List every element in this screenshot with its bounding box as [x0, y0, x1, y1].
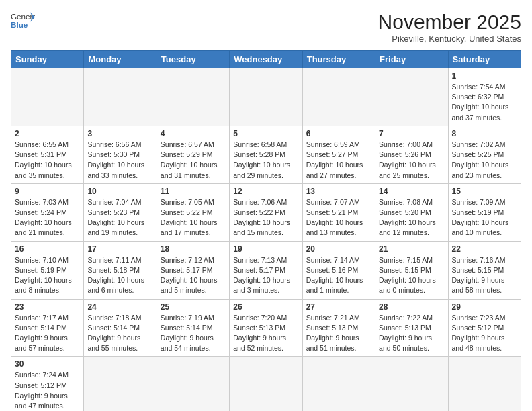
calendar-cell: 12Sunrise: 7:06 AM Sunset: 5:22 PM Dayli…: [230, 183, 302, 241]
weekday-header-thursday: Thursday: [302, 51, 375, 68]
calendar-week-row: 30Sunrise: 7:24 AM Sunset: 5:12 PM Dayli…: [11, 357, 521, 411]
calendar-week-row: 9Sunrise: 7:03 AM Sunset: 5:24 PM Daylig…: [11, 183, 521, 241]
calendar-week-row: 16Sunrise: 7:10 AM Sunset: 5:19 PM Dayli…: [11, 241, 521, 299]
day-number: 27: [306, 302, 371, 312]
day-number: 30: [15, 359, 80, 369]
day-info: Sunrise: 7:20 AM Sunset: 5:13 PM Dayligh…: [233, 313, 298, 354]
calendar-table: SundayMondayTuesdayWednesdayThursdayFrid…: [11, 50, 521, 411]
day-info: Sunrise: 7:11 AM Sunset: 5:18 PM Dayligh…: [87, 255, 152, 296]
day-number: 20: [306, 244, 371, 254]
logo: General Blue: [11, 11, 35, 30]
day-number: 1: [452, 71, 517, 81]
day-info: Sunrise: 7:05 AM Sunset: 5:22 PM Dayligh…: [161, 197, 226, 238]
day-number: 25: [161, 302, 226, 312]
calendar-cell: [448, 357, 521, 411]
calendar-cell: 21Sunrise: 7:15 AM Sunset: 5:15 PM Dayli…: [375, 241, 448, 299]
calendar-cell: 9Sunrise: 7:03 AM Sunset: 5:24 PM Daylig…: [11, 183, 84, 241]
calendar-header-row: SundayMondayTuesdayWednesdayThursdayFrid…: [11, 51, 521, 68]
calendar-cell: 14Sunrise: 7:08 AM Sunset: 5:20 PM Dayli…: [375, 183, 448, 241]
day-number: 16: [15, 244, 80, 254]
day-info: Sunrise: 7:00 AM Sunset: 5:26 PM Dayligh…: [379, 140, 444, 181]
calendar-cell: 15Sunrise: 7:09 AM Sunset: 5:19 PM Dayli…: [448, 183, 521, 241]
calendar-cell: 30Sunrise: 7:24 AM Sunset: 5:12 PM Dayli…: [11, 357, 84, 411]
location-subtitle: Pikeville, Kentucky, United States: [378, 34, 521, 44]
calendar-cell: 3Sunrise: 6:56 AM Sunset: 5:30 PM Daylig…: [84, 126, 157, 183]
day-info: Sunrise: 7:02 AM Sunset: 5:25 PM Dayligh…: [452, 140, 517, 181]
weekday-header-sunday: Sunday: [11, 51, 84, 68]
day-info: Sunrise: 7:13 AM Sunset: 5:17 PM Dayligh…: [233, 255, 298, 296]
day-info: Sunrise: 7:24 AM Sunset: 5:12 PM Dayligh…: [15, 370, 80, 411]
calendar-cell: 7Sunrise: 7:00 AM Sunset: 5:26 PM Daylig…: [375, 126, 448, 183]
day-info: Sunrise: 7:19 AM Sunset: 5:14 PM Dayligh…: [161, 313, 226, 354]
day-number: 23: [15, 302, 80, 312]
calendar-cell: 8Sunrise: 7:02 AM Sunset: 5:25 PM Daylig…: [448, 126, 521, 183]
calendar-week-row: 23Sunrise: 7:17 AM Sunset: 5:14 PM Dayli…: [11, 299, 521, 357]
calendar-cell: 27Sunrise: 7:21 AM Sunset: 5:13 PM Dayli…: [302, 299, 375, 357]
calendar-cell: 1Sunrise: 7:54 AM Sunset: 6:32 PM Daylig…: [448, 68, 521, 126]
day-number: 8: [452, 129, 517, 138]
calendar-cell: 23Sunrise: 7:17 AM Sunset: 5:14 PM Dayli…: [11, 299, 84, 357]
day-number: 14: [379, 187, 444, 196]
calendar-cell: 2Sunrise: 6:55 AM Sunset: 5:31 PM Daylig…: [11, 126, 84, 183]
calendar-cell: 17Sunrise: 7:11 AM Sunset: 5:18 PM Dayli…: [84, 241, 157, 299]
day-info: Sunrise: 6:57 AM Sunset: 5:29 PM Dayligh…: [161, 140, 226, 181]
day-info: Sunrise: 6:58 AM Sunset: 5:28 PM Dayligh…: [233, 140, 298, 181]
day-info: Sunrise: 7:17 AM Sunset: 5:14 PM Dayligh…: [15, 313, 80, 354]
weekday-header-saturday: Saturday: [448, 51, 521, 68]
calendar-cell: 10Sunrise: 7:04 AM Sunset: 5:23 PM Dayli…: [84, 183, 157, 241]
day-number: 28: [379, 302, 444, 312]
calendar-cell: 4Sunrise: 6:57 AM Sunset: 5:29 PM Daylig…: [157, 126, 229, 183]
day-number: 2: [15, 129, 80, 138]
day-number: 24: [87, 302, 152, 312]
day-number: 21: [379, 244, 444, 254]
day-number: 7: [379, 129, 444, 138]
calendar-cell: [157, 357, 229, 411]
calendar-cell: 5Sunrise: 6:58 AM Sunset: 5:28 PM Daylig…: [230, 126, 302, 183]
day-number: 26: [233, 302, 298, 312]
day-info: Sunrise: 7:09 AM Sunset: 5:19 PM Dayligh…: [452, 197, 517, 238]
day-info: Sunrise: 7:22 AM Sunset: 5:13 PM Dayligh…: [379, 313, 444, 354]
calendar-cell: 13Sunrise: 7:07 AM Sunset: 5:21 PM Dayli…: [302, 183, 375, 241]
day-info: Sunrise: 7:21 AM Sunset: 5:13 PM Dayligh…: [306, 313, 371, 354]
calendar-cell: 20Sunrise: 7:14 AM Sunset: 5:16 PM Dayli…: [302, 241, 375, 299]
day-info: Sunrise: 6:56 AM Sunset: 5:30 PM Dayligh…: [87, 140, 152, 181]
day-info: Sunrise: 7:15 AM Sunset: 5:15 PM Dayligh…: [379, 255, 444, 296]
calendar-cell: 16Sunrise: 7:10 AM Sunset: 5:19 PM Dayli…: [11, 241, 84, 299]
day-info: Sunrise: 7:18 AM Sunset: 5:14 PM Dayligh…: [87, 313, 152, 354]
calendar-cell: [84, 68, 157, 126]
page-header: General Blue November 2025 Pikeville, Ke…: [11, 11, 521, 44]
day-number: 6: [306, 129, 371, 138]
day-info: Sunrise: 6:59 AM Sunset: 5:27 PM Dayligh…: [306, 140, 371, 181]
calendar-cell: 25Sunrise: 7:19 AM Sunset: 5:14 PM Dayli…: [157, 299, 229, 357]
calendar-cell: [230, 357, 302, 411]
day-info: Sunrise: 7:08 AM Sunset: 5:20 PM Dayligh…: [379, 197, 444, 238]
calendar-cell: [302, 357, 375, 411]
day-info: Sunrise: 7:03 AM Sunset: 5:24 PM Dayligh…: [15, 197, 80, 238]
day-number: 10: [87, 187, 152, 196]
calendar-cell: [375, 357, 448, 411]
day-number: 5: [233, 129, 298, 138]
svg-text:Blue: Blue: [11, 20, 28, 29]
weekday-header-wednesday: Wednesday: [230, 51, 302, 68]
weekday-header-monday: Monday: [84, 51, 157, 68]
calendar-cell: 22Sunrise: 7:16 AM Sunset: 5:15 PM Dayli…: [448, 241, 521, 299]
day-info: Sunrise: 7:23 AM Sunset: 5:12 PM Dayligh…: [452, 313, 517, 354]
day-info: Sunrise: 6:55 AM Sunset: 5:31 PM Dayligh…: [15, 140, 80, 181]
day-number: 12: [233, 187, 298, 196]
day-info: Sunrise: 7:10 AM Sunset: 5:19 PM Dayligh…: [15, 255, 80, 296]
calendar-cell: 19Sunrise: 7:13 AM Sunset: 5:17 PM Dayli…: [230, 241, 302, 299]
weekday-header-tuesday: Tuesday: [157, 51, 229, 68]
calendar-cell: 24Sunrise: 7:18 AM Sunset: 5:14 PM Dayli…: [84, 299, 157, 357]
day-info: Sunrise: 7:14 AM Sunset: 5:16 PM Dayligh…: [306, 255, 371, 296]
calendar-cell: 11Sunrise: 7:05 AM Sunset: 5:22 PM Dayli…: [157, 183, 229, 241]
day-info: Sunrise: 7:04 AM Sunset: 5:23 PM Dayligh…: [87, 197, 152, 238]
month-title: November 2025: [378, 11, 521, 34]
day-number: 13: [306, 187, 371, 196]
day-number: 19: [233, 244, 298, 254]
day-number: 29: [452, 302, 517, 312]
day-number: 17: [87, 244, 152, 254]
calendar-cell: [157, 68, 229, 126]
calendar-cell: 29Sunrise: 7:23 AM Sunset: 5:12 PM Dayli…: [448, 299, 521, 357]
day-number: 4: [161, 129, 226, 138]
calendar-week-row: 2Sunrise: 6:55 AM Sunset: 5:31 PM Daylig…: [11, 126, 521, 183]
